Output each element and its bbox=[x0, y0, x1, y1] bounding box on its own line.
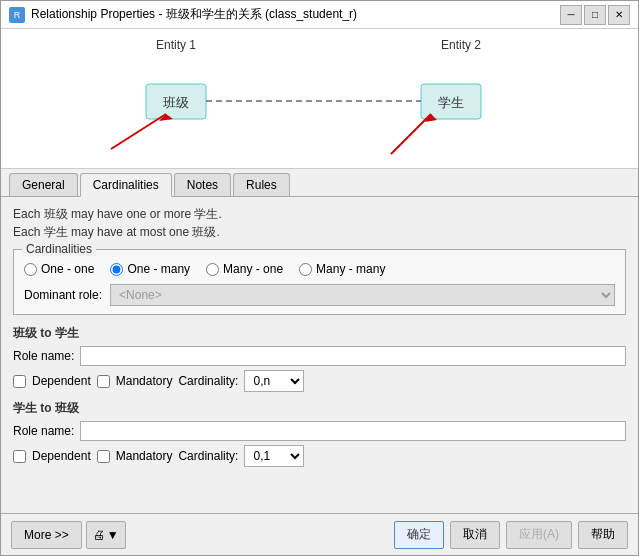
print-button[interactable]: 🖨 ▼ bbox=[86, 521, 126, 549]
radio-many-one-input[interactable] bbox=[206, 263, 219, 276]
svg-rect-4 bbox=[421, 84, 481, 119]
bottom-left: More >> 🖨 ▼ bbox=[11, 521, 126, 549]
radio-many-one[interactable]: Many - one bbox=[206, 262, 283, 276]
tab-cardinalities[interactable]: Cardinalities bbox=[80, 173, 172, 197]
minimize-button[interactable]: ─ bbox=[560, 5, 582, 25]
dropdown-arrow-icon: ▼ bbox=[107, 528, 119, 542]
cardinalities-group: Cardinalities One - one One - many Many … bbox=[13, 249, 626, 315]
svg-text:Entity 1: Entity 1 bbox=[156, 38, 196, 52]
section2-dependent-label: Dependent bbox=[32, 449, 91, 463]
section2-mandatory-label: Mandatory bbox=[116, 449, 173, 463]
section1-role-label: Role name: bbox=[13, 349, 74, 363]
radio-one-one[interactable]: One - one bbox=[24, 262, 94, 276]
close-button[interactable]: ✕ bbox=[608, 5, 630, 25]
section2-cardinality-select[interactable]: 0,1 1,1 0,n 1,n bbox=[244, 445, 304, 467]
section2-title: 学生 to 班级 bbox=[13, 400, 626, 417]
svg-marker-8 bbox=[159, 114, 173, 121]
section1-dependent-label: Dependent bbox=[32, 374, 91, 388]
section2-role-label: Role name: bbox=[13, 424, 74, 438]
section2-role-input[interactable] bbox=[80, 421, 626, 441]
radio-many-many[interactable]: Many - many bbox=[299, 262, 385, 276]
radio-one-many[interactable]: One - many bbox=[110, 262, 190, 276]
dominant-label: Dominant role: bbox=[24, 288, 102, 302]
section2-cardinality-label: Cardinality: bbox=[178, 449, 238, 463]
window-title: Relationship Properties - 班级和学生的关系 (clas… bbox=[31, 6, 357, 23]
bottom-right: 确定 取消 应用(A) 帮助 bbox=[394, 521, 628, 549]
section1-cardinality-select[interactable]: 0,n 1,n 0,1 1,1 bbox=[244, 370, 304, 392]
svg-line-7 bbox=[111, 114, 166, 149]
section1-dependent-checkbox[interactable] bbox=[13, 375, 26, 388]
section1-mandatory-checkbox[interactable] bbox=[97, 375, 110, 388]
help-button[interactable]: 帮助 bbox=[578, 521, 628, 549]
description-text: Each 班级 may have one or more 学生. Each 学生… bbox=[13, 205, 626, 241]
section1-mandatory-label: Mandatory bbox=[116, 374, 173, 388]
section1-title: 班级 to 学生 bbox=[13, 325, 626, 342]
section2-role-row: Role name: bbox=[13, 421, 626, 441]
maximize-button[interactable]: □ bbox=[584, 5, 606, 25]
radio-row: One - one One - many Many - one Many - m… bbox=[24, 262, 615, 276]
svg-text:学生: 学生 bbox=[438, 95, 464, 110]
diagram-area: Entity 1 Entity 2 班级 学生 bbox=[1, 29, 638, 169]
title-bar-left: R Relationship Properties - 班级和学生的关系 (cl… bbox=[9, 6, 357, 23]
tab-general[interactable]: General bbox=[9, 173, 78, 196]
description-line1: Each 班级 may have one or more 学生. bbox=[13, 205, 626, 223]
svg-text:Entity 2: Entity 2 bbox=[441, 38, 481, 52]
dominant-row: Dominant role: <None> bbox=[24, 284, 615, 306]
svg-line-9 bbox=[391, 114, 431, 154]
tabs-container: General Cardinalities Notes Rules bbox=[1, 169, 638, 197]
radio-many-many-input[interactable] bbox=[299, 263, 312, 276]
cardinalities-group-label: Cardinalities bbox=[22, 242, 96, 256]
radio-one-many-input[interactable] bbox=[110, 263, 123, 276]
section2-dependent-checkbox[interactable] bbox=[13, 450, 26, 463]
window-icon: R bbox=[9, 7, 25, 23]
tab-notes[interactable]: Notes bbox=[174, 173, 231, 196]
section1-role-input[interactable] bbox=[80, 346, 626, 366]
main-window: R Relationship Properties - 班级和学生的关系 (cl… bbox=[0, 0, 639, 556]
title-bar-controls: ─ □ ✕ bbox=[560, 5, 630, 25]
diagram-svg: Entity 1 Entity 2 班级 学生 bbox=[1, 29, 638, 168]
radio-one-one-input[interactable] bbox=[24, 263, 37, 276]
description-line2: Each 学生 may have at most one 班级. bbox=[13, 223, 626, 241]
apply-button[interactable]: 应用(A) bbox=[506, 521, 572, 549]
section2-checkbox-row: Dependent Mandatory Cardinality: 0,1 1,1… bbox=[13, 445, 626, 467]
svg-marker-10 bbox=[425, 114, 437, 122]
title-bar: R Relationship Properties - 班级和学生的关系 (cl… bbox=[1, 1, 638, 29]
section2-mandatory-checkbox[interactable] bbox=[97, 450, 110, 463]
section1-checkbox-row: Dependent Mandatory Cardinality: 0,n 1,n… bbox=[13, 370, 626, 392]
content-area: Each 班级 may have one or more 学生. Each 学生… bbox=[1, 197, 638, 513]
svg-text:班级: 班级 bbox=[163, 95, 189, 110]
ok-button[interactable]: 确定 bbox=[394, 521, 444, 549]
print-icon: 🖨 bbox=[93, 528, 105, 542]
section1-cardinality-label: Cardinality: bbox=[178, 374, 238, 388]
more-button[interactable]: More >> bbox=[11, 521, 82, 549]
section1-role-row: Role name: bbox=[13, 346, 626, 366]
svg-rect-2 bbox=[146, 84, 206, 119]
tab-rules[interactable]: Rules bbox=[233, 173, 290, 196]
cancel-button[interactable]: 取消 bbox=[450, 521, 500, 549]
dominant-select[interactable]: <None> bbox=[110, 284, 615, 306]
bottom-bar: More >> 🖨 ▼ 确定 取消 应用(A) 帮助 bbox=[1, 513, 638, 555]
tabs-area: General Cardinalities Notes Rules bbox=[1, 169, 638, 197]
